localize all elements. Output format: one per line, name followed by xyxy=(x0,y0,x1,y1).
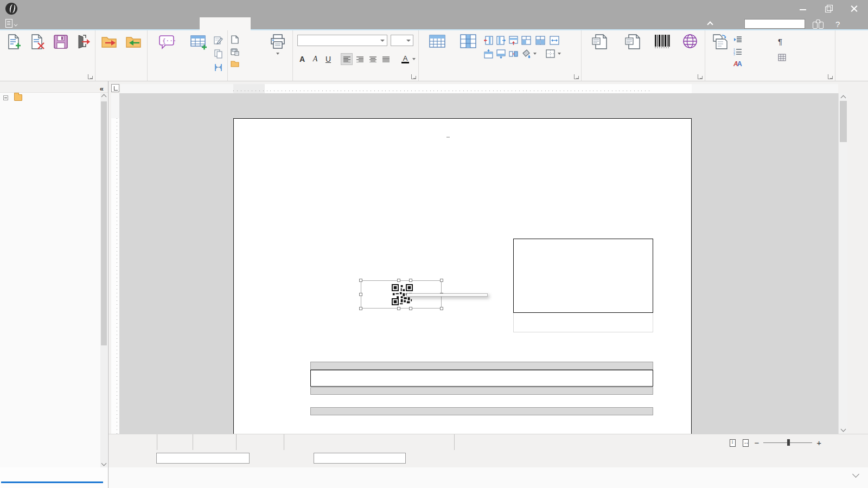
cell-shading-button[interactable] xyxy=(521,48,531,60)
print-button[interactable] xyxy=(266,32,290,55)
numbering-button[interactable]: 123 xyxy=(733,46,776,56)
collapse-node-icon[interactable] xyxy=(3,95,8,100)
tab-text-templates[interactable] xyxy=(200,17,251,31)
dialog-launcher-icon[interactable] xyxy=(411,74,416,79)
band-table-header[interactable] xyxy=(310,362,653,370)
edit-placeholder-button[interactable] xyxy=(214,34,226,46)
set-up-page-button[interactable] xyxy=(708,32,732,52)
font-size-select[interactable] xyxy=(391,35,413,46)
search-input[interactable] xyxy=(744,19,805,29)
help-icon[interactable] xyxy=(835,20,840,29)
control-character-button[interactable]: ¶ xyxy=(778,36,833,47)
import-folder-button[interactable] xyxy=(123,32,145,52)
restore-button[interactable] xyxy=(816,0,841,17)
export-folder-button[interactable] xyxy=(98,32,121,52)
new-table-button[interactable] xyxy=(422,32,453,52)
repeatable-textfield-button[interactable] xyxy=(616,32,649,52)
resize-handle[interactable] xyxy=(440,307,443,310)
italic-button[interactable]: A xyxy=(309,53,321,65)
dialog-launcher-icon[interactable] xyxy=(574,74,579,79)
tab-purchase-orders[interactable] xyxy=(141,17,193,30)
tree-root-project-templates[interactable] xyxy=(0,93,101,104)
align-center-button[interactable] xyxy=(367,53,379,65)
font-family-select[interactable] xyxy=(297,35,387,46)
paragraph-button[interactable] xyxy=(733,34,776,44)
tab-article[interactable] xyxy=(69,17,94,30)
dialog-launcher-icon[interactable] xyxy=(88,74,93,79)
bold-button[interactable]: A xyxy=(296,53,308,65)
barcode-button[interactable] xyxy=(650,32,675,52)
insert-column-right-button[interactable] xyxy=(496,34,506,46)
new-template-button[interactable] xyxy=(3,32,24,52)
styles-button[interactable]: AA xyxy=(733,58,776,68)
align-justify-button[interactable] xyxy=(380,53,392,65)
copy-placeholder-button[interactable] xyxy=(214,48,226,60)
scrollbar-thumb[interactable] xyxy=(101,101,107,345)
scrollbar-thumb[interactable] xyxy=(840,101,847,142)
dialog-launcher-icon[interactable] xyxy=(698,74,703,79)
dialog-launcher-icon[interactable] xyxy=(828,74,833,79)
app-menu-button[interactable] xyxy=(3,18,20,29)
add-items-button[interactable] xyxy=(185,32,213,52)
resize-handle[interactable] xyxy=(397,307,400,310)
align-right-button[interactable] xyxy=(354,53,366,65)
bottom-tab-manage-text-templates[interactable] xyxy=(0,467,108,488)
close-button[interactable] xyxy=(842,0,866,17)
scroll-up-icon[interactable] xyxy=(841,95,846,101)
fit-page-icon[interactable] xyxy=(728,438,737,447)
tab-projects[interactable] xyxy=(102,17,133,30)
document-save-as-button[interactable] xyxy=(231,46,264,56)
font-color-dropdown-icon[interactable] xyxy=(412,58,416,60)
sidebar-scrollbar[interactable] xyxy=(100,93,107,467)
tab-selector-button[interactable] xyxy=(111,84,119,92)
document-canvas[interactable] xyxy=(119,93,838,434)
fit-width-icon[interactable] xyxy=(741,438,750,447)
back-button[interactable] xyxy=(73,32,93,52)
resize-handle[interactable] xyxy=(359,293,362,296)
split-table-button[interactable] xyxy=(535,34,546,46)
binoculars-icon[interactable] xyxy=(813,20,824,28)
band-text[interactable] xyxy=(310,407,653,415)
resize-handle[interactable] xyxy=(397,279,400,282)
split-cells-button[interactable] xyxy=(508,48,519,60)
scroll-down-icon[interactable] xyxy=(841,427,846,432)
zoom-out-button[interactable]: − xyxy=(754,438,759,447)
zoom-slider[interactable] xyxy=(763,439,812,446)
resize-handle[interactable] xyxy=(409,307,412,310)
autofit-width-button[interactable] xyxy=(549,34,560,46)
hyperlink-button[interactable] xyxy=(676,32,703,52)
resize-handle[interactable] xyxy=(359,307,362,310)
canvas-vertical-scrollbar[interactable] xyxy=(838,93,847,434)
insert-placeholder-button[interactable]: {···} xyxy=(150,32,183,52)
borders-dropdown-icon[interactable] xyxy=(558,53,561,55)
modify-column-button[interactable] xyxy=(455,32,482,52)
resize-handle[interactable] xyxy=(440,279,443,282)
grid-lines-button[interactable] xyxy=(778,52,833,62)
zoom-in-button[interactable]: + xyxy=(816,438,821,447)
print-dropdown-icon[interactable] xyxy=(276,53,279,55)
insert-column-left-button[interactable] xyxy=(483,34,494,46)
minimize-button[interactable] xyxy=(791,0,815,17)
document-open-button[interactable] xyxy=(231,58,264,68)
shading-dropdown-icon[interactable] xyxy=(533,53,537,55)
band-headline[interactable] xyxy=(310,387,653,395)
customer-info-table[interactable] xyxy=(513,239,653,313)
resize-handle[interactable] xyxy=(409,279,412,282)
new-text-field-button[interactable] xyxy=(584,32,615,52)
delete-template-button[interactable] xyxy=(25,32,48,52)
underline-button[interactable]: U xyxy=(322,53,334,65)
scroll-up-icon[interactable] xyxy=(101,94,107,100)
save-template-button[interactable] xyxy=(50,32,71,52)
logo-placeholder-field[interactable] xyxy=(446,137,450,138)
align-left-button[interactable] xyxy=(341,53,353,65)
item-table-header-row[interactable] xyxy=(310,370,653,387)
font-color-button[interactable]: A xyxy=(399,53,411,65)
tab-contacts[interactable] xyxy=(26,17,62,30)
row-below-button[interactable] xyxy=(496,48,506,60)
collapse-ribbon-icon[interactable] xyxy=(707,21,713,27)
chevron-down-icon[interactable] xyxy=(852,471,859,478)
spacing-button[interactable] xyxy=(214,61,226,73)
scroll-down-icon[interactable] xyxy=(101,461,107,466)
insert-row-button[interactable] xyxy=(508,34,519,46)
borders-button[interactable] xyxy=(545,48,556,60)
